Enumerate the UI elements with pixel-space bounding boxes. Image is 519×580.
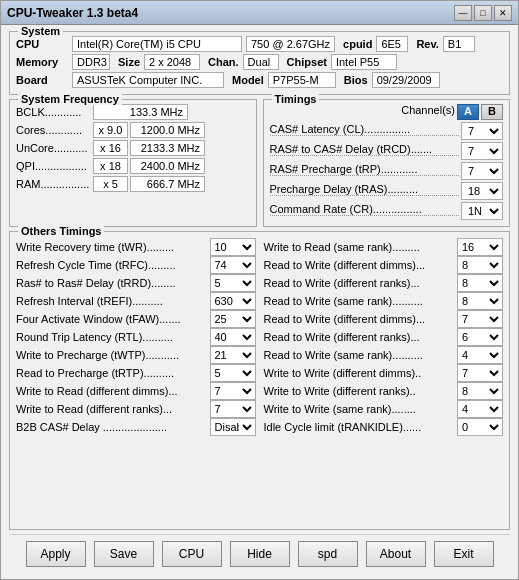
cores-multi: x 9.0 [93, 122, 128, 138]
other-select-0[interactable]: 10 [210, 238, 256, 256]
other-label-10: B2B CAS# Delay ..................... [16, 421, 208, 433]
save-button[interactable]: Save [94, 541, 154, 567]
ras-label: Precharge Delay (tRAS).......... [270, 183, 460, 196]
rcd-label: RAS# to CAS# Delay (tRCD)....... [270, 143, 460, 156]
other-row-6: Write to Precharge (tWTP)........... 21 [16, 346, 256, 364]
other-select-r2[interactable]: 8 [457, 274, 503, 292]
cpuid-label: cpuid [343, 38, 372, 50]
other-select-r9[interactable]: 4 [457, 400, 503, 418]
spd-button[interactable]: spd [298, 541, 358, 567]
others-panel: Others Timings Write Recovery time (tWR)… [9, 231, 510, 530]
about-button[interactable]: About [366, 541, 426, 567]
channel-a-button[interactable]: A [457, 104, 479, 120]
size-label: Size [118, 56, 140, 68]
other-select-9[interactable]: 7 [210, 400, 256, 418]
system-group-title: System [18, 25, 63, 37]
uncore-multi: x 16 [93, 140, 128, 156]
other-label-r8: Write to Write (different ranks).. [264, 385, 456, 397]
rp-label: RAS# Precharge (tRP)............ [270, 163, 460, 176]
board-row: Board ASUSTeK Computer INC. Model P7P55-… [16, 72, 503, 88]
minimize-button[interactable]: — [454, 5, 472, 21]
ram-value: 666.7 MHz [130, 176, 205, 192]
cpu-row: CPU Intel(R) Core(TM) i5 CPU 750 @ 2.67G… [16, 36, 503, 52]
other-label-3: Refresh Interval (tREFI).......... [16, 295, 208, 307]
cores-value: 1200.0 MHz [130, 122, 205, 138]
other-row-r1: Read to Write (different dimms)... 8 [264, 256, 504, 274]
other-select-2[interactable]: 5 [210, 274, 256, 292]
cores-row: Cores............ x 9.0 1200.0 MHz [16, 122, 250, 138]
other-select-r8[interactable]: 8 [457, 382, 503, 400]
timings-panel: Timings Channel(s) A B CAS# Latency (CL)… [263, 99, 511, 227]
other-select-8[interactable]: 7 [210, 382, 256, 400]
cores-label: Cores............ [16, 124, 91, 136]
hide-button[interactable]: Hide [230, 541, 290, 567]
other-select-r4[interactable]: 7 [457, 310, 503, 328]
mem-type: DDR3 [72, 54, 110, 70]
channel-b-button[interactable]: B [481, 104, 503, 120]
bios-label: Bios [344, 74, 368, 86]
other-row-r6: Read to Write (same rank).......... 4 [264, 346, 504, 364]
ras-select[interactable]: 1820 [461, 182, 503, 200]
other-row-2: Ras# to Ras# Delay (tRRD)........ 5 [16, 274, 256, 292]
ram-multi: x 5 [93, 176, 128, 192]
cpu-value: Intel(R) Core(TM) i5 CPU [72, 36, 242, 52]
other-select-r1[interactable]: 8 [457, 256, 503, 274]
main-content: System CPU Intel(R) Core(TM) i5 CPU 750 … [1, 25, 518, 579]
rcd-select[interactable]: 78 [461, 142, 503, 160]
close-button[interactable]: ✕ [494, 5, 512, 21]
other-label-8: Write to Read (different dimms)... [16, 385, 208, 397]
cr-label: Command Rate (CR)................ [270, 203, 460, 216]
other-select-r6[interactable]: 4 [457, 346, 503, 364]
other-row-5: Round Trip Latency (RTL).......... 40 [16, 328, 256, 346]
bclk-value: 133.3 MHz [93, 104, 188, 120]
qpi-multi: x 18 [93, 158, 128, 174]
uncore-value: 2133.3 MHz [130, 140, 205, 156]
qpi-label: QPI................. [16, 160, 91, 172]
cas-select[interactable]: 789 [461, 122, 503, 140]
window-controls: — □ ✕ [454, 5, 512, 21]
cas-label: CAS# Latency (CL)............... [270, 123, 460, 136]
other-row-r5: Read to Write (different ranks)... 6 [264, 328, 504, 346]
other-select-7[interactable]: 5 [210, 364, 256, 382]
others-group-title: Others Timings [18, 225, 104, 237]
other-label-r6: Read to Write (same rank).......... [264, 349, 456, 361]
title-bar: CPU-Tweaker 1.3 beta4 — □ ✕ [1, 1, 518, 25]
other-row-r2: Read to Write (different ranks)... 8 [264, 274, 504, 292]
other-select-r5[interactable]: 6 [457, 328, 503, 346]
other-select-r7[interactable]: 7 [457, 364, 503, 382]
other-label-9: Write to Read (different ranks)... [16, 403, 208, 415]
channel-header: Channel(s) A B [270, 104, 504, 120]
board-value: ASUSTeK Computer INC. [72, 72, 224, 88]
other-select-r3[interactable]: 8 [457, 292, 503, 310]
other-select-1[interactable]: 74 [210, 256, 256, 274]
timings-group-title: Timings [272, 93, 320, 105]
other-select-10[interactable]: Disab. [210, 418, 256, 436]
apply-button[interactable]: Apply [26, 541, 86, 567]
other-select-r0[interactable]: 16 [457, 238, 503, 256]
uncore-label: UnCore........... [16, 142, 91, 154]
system-group: System CPU Intel(R) Core(TM) i5 CPU 750 … [9, 31, 510, 95]
others-grid: Write Recovery time (tWR)......... 10 Re… [16, 238, 503, 436]
other-select-4[interactable]: 25 [210, 310, 256, 328]
ram-label: RAM................ [16, 178, 91, 190]
other-row-1: Refresh Cycle Time (tRFC)......... 74 [16, 256, 256, 274]
other-label-r3: Read to Write (same rank).......... [264, 295, 456, 307]
maximize-button[interactable]: □ [474, 5, 492, 21]
memory-label: Memory [16, 56, 68, 68]
cpu-button[interactable]: CPU [162, 541, 222, 567]
cr-select[interactable]: 1N2N [461, 202, 503, 220]
exit-button[interactable]: Exit [434, 541, 494, 567]
other-select-5[interactable]: 40 [210, 328, 256, 346]
channel-label: Channel(s) [401, 104, 455, 120]
other-label-1: Refresh Cycle Time (tRFC)......... [16, 259, 208, 271]
chan-label: Chan. [208, 56, 239, 68]
other-select-6[interactable]: 21 [210, 346, 256, 364]
other-select-r10[interactable]: 0 [457, 418, 503, 436]
other-label-2: Ras# to Ras# Delay (tRRD)........ [16, 277, 208, 289]
other-label-r5: Read to Write (different ranks)... [264, 331, 456, 343]
other-label-r1: Read to Write (different dimms)... [264, 259, 456, 271]
rev-label: Rev. [416, 38, 438, 50]
rp-select[interactable]: 78 [461, 162, 503, 180]
other-select-3[interactable]: 630 [210, 292, 256, 310]
chan-value: Dual [243, 54, 279, 70]
